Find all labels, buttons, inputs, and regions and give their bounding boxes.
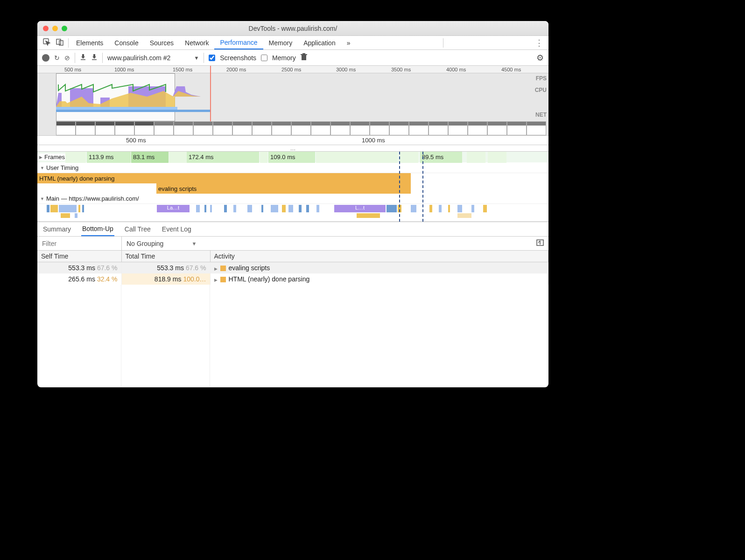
flame-block[interactable] <box>204 205 206 212</box>
flame-block[interactable] <box>261 205 263 212</box>
screenshot-thumb[interactable] <box>76 121 95 135</box>
flame-block[interactable] <box>357 213 380 218</box>
memory-checkbox[interactable] <box>261 55 267 61</box>
heaviest-stack-icon[interactable] <box>532 239 548 247</box>
screenshot-thumb[interactable] <box>527 121 546 135</box>
settings-gear-icon[interactable]: ⚙ <box>536 53 544 63</box>
collapse-icon[interactable]: ▼ <box>40 166 44 170</box>
frame-segment[interactable] <box>169 152 187 163</box>
screenshot-thumb[interactable] <box>330 121 350 135</box>
frame-segment[interactable] <box>260 152 267 163</box>
screenshots-checkbox[interactable] <box>209 55 215 61</box>
flame-block[interactable] <box>429 205 432 212</box>
screenshot-thumb[interactable] <box>409 121 429 135</box>
flame-block[interactable] <box>439 205 442 212</box>
flame-block[interactable]: La…t <box>157 205 190 212</box>
tab-event-log[interactable]: Event Log <box>161 223 192 236</box>
recording-select[interactable]: www.paulirish.com #2 ▼ <box>107 54 199 62</box>
screenshot-thumb[interactable] <box>291 121 311 135</box>
expand-icon[interactable]: ▶ <box>39 155 42 160</box>
flame-block[interactable] <box>457 205 462 212</box>
frame-segment[interactable] <box>316 152 398 163</box>
screenshot-thumb[interactable] <box>232 121 252 135</box>
device-toggle-icon[interactable] <box>53 38 66 47</box>
screenshot-thumb[interactable] <box>272 121 291 135</box>
inspect-icon[interactable] <box>40 38 53 47</box>
screenshot-thumb[interactable] <box>154 121 174 135</box>
screenshot-thumb[interactable] <box>487 121 507 135</box>
timing-bar[interactable]: evaling scripts <box>156 183 411 194</box>
flame-block[interactable] <box>78 205 80 212</box>
flame-block[interactable] <box>82 205 84 212</box>
screenshot-thumb[interactable] <box>174 121 193 135</box>
flame-block[interactable] <box>61 213 70 218</box>
frame-segment[interactable]: 113.9 ms <box>87 152 131 163</box>
screenshot-thumb[interactable] <box>429 121 448 135</box>
record-button[interactable] <box>42 54 49 62</box>
flame-block[interactable] <box>457 213 471 218</box>
screenshot-thumb[interactable] <box>193 121 213 135</box>
flame-block[interactable]: L…t <box>334 205 386 212</box>
flame-block[interactable] <box>387 205 397 212</box>
grouping-select[interactable]: No Grouping ▼ <box>122 240 201 247</box>
flame-block[interactable] <box>196 205 200 212</box>
screenshot-thumb[interactable] <box>311 121 330 135</box>
load-profile-icon[interactable] <box>80 54 86 62</box>
flame-chart[interactable]: ▶Frames 113.9 ms 83.1 ms 172.4 ms 109.0 … <box>37 152 548 222</box>
screenshot-filmstrip[interactable] <box>56 121 548 135</box>
tab-sources[interactable]: Sources <box>144 36 179 49</box>
flame-block[interactable] <box>50 205 58 212</box>
overview-timeline[interactable]: 500 ms 1000 ms 1500 ms 2000 ms 2500 ms 3… <box>37 66 548 136</box>
screenshot-thumb[interactable] <box>95 121 115 135</box>
tab-summary[interactable]: Summary <box>42 223 72 236</box>
flame-block[interactable] <box>471 205 474 212</box>
flame-block[interactable] <box>316 205 319 212</box>
flame-ruler[interactable]: 500 ms 1000 ms <box>37 136 548 145</box>
flame-block[interactable] <box>299 205 302 212</box>
main-flame[interactable]: La…t L…t <box>37 204 548 222</box>
flame-block[interactable] <box>233 205 236 212</box>
clear-icon[interactable]: ⊘ <box>64 54 70 62</box>
frame-segment[interactable] <box>467 152 485 163</box>
screenshot-thumb[interactable] <box>134 121 154 135</box>
flame-block[interactable] <box>210 205 212 212</box>
screenshot-thumb[interactable] <box>115 121 134 135</box>
tab-call-tree[interactable]: Call Tree <box>124 223 152 236</box>
screenshot-thumb[interactable] <box>468 121 487 135</box>
tab-memory[interactable]: Memory <box>263 36 298 49</box>
flame-block[interactable] <box>247 205 252 212</box>
collapse-icon[interactable]: ▼ <box>40 196 44 201</box>
expand-icon[interactable] <box>214 275 219 283</box>
frame-segment[interactable] <box>488 152 506 163</box>
flame-block[interactable] <box>224 205 227 212</box>
tabs-overflow[interactable]: » <box>341 36 356 49</box>
screenshot-thumb[interactable] <box>213 121 232 135</box>
flame-block[interactable] <box>271 205 278 212</box>
flame-block[interactable] <box>306 205 309 212</box>
tab-application[interactable]: Application <box>298 36 341 49</box>
frames-track[interactable]: ▶Frames 113.9 ms 83.1 ms 172.4 ms 109.0 … <box>37 152 548 163</box>
flame-block[interactable] <box>47 205 49 212</box>
flame-block[interactable] <box>282 205 286 212</box>
flame-block[interactable] <box>59 205 77 212</box>
col-total-time[interactable]: Total Time <box>121 251 210 262</box>
timing-bar[interactable]: HTML (nearly) done parsing <box>37 173 411 183</box>
frame-segment[interactable]: 109.0 ms <box>268 152 315 163</box>
expand-icon[interactable] <box>214 264 219 272</box>
save-profile-icon[interactable] <box>91 54 98 62</box>
tab-bottom-up[interactable]: Bottom-Up <box>81 222 114 236</box>
main-thread-header[interactable]: ▼ Main — https://www.paulirish.com/ <box>37 194 548 204</box>
tab-elements[interactable]: Elements <box>70 36 109 49</box>
flame-block[interactable] <box>288 205 293 212</box>
screenshot-thumb[interactable] <box>350 121 370 135</box>
frame-segment[interactable]: 89.5 ms <box>420 152 462 163</box>
filter-input[interactable] <box>37 237 121 250</box>
flame-block[interactable] <box>448 205 450 212</box>
tab-performance[interactable]: Performance <box>214 36 263 49</box>
screenshot-thumb[interactable] <box>370 121 389 135</box>
tab-console[interactable]: Console <box>109 36 144 49</box>
flame-block[interactable] <box>483 205 487 212</box>
screenshot-thumb[interactable] <box>448 121 468 135</box>
table-row[interactable]: 265.6 ms32.4 % 818.9 ms100.0… HTML (near… <box>37 273 548 285</box>
col-self-time[interactable]: Self Time <box>37 251 121 262</box>
